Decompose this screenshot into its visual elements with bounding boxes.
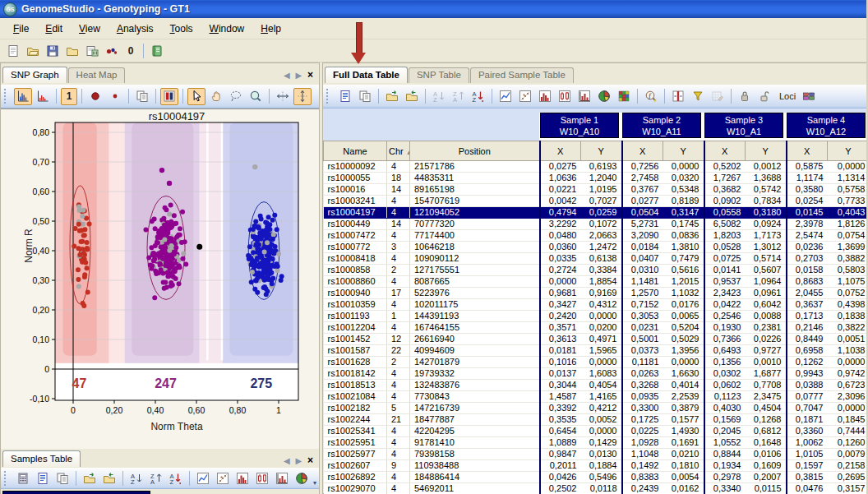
line-chart-icon[interactable]: [194, 469, 212, 487]
tab-next-icon[interactable]: ▶: [296, 456, 304, 465]
line-chart-icon[interactable]: [496, 88, 515, 105]
table-row[interactable]: rs1000419741210940520,47940,02590,05040,…: [324, 207, 868, 219]
table-row[interactable]: rs10007723106462180,03601,24720,01841,38…: [324, 242, 868, 253]
table-row[interactable]: rs100074724771744000,04802,06633,20900,0…: [324, 230, 868, 242]
sample-group-header[interactable]: Sample 3W10_A1: [704, 113, 783, 138]
scatter-plot-icon[interactable]: [516, 88, 534, 105]
table-row[interactable]: rs10021084477308431,45871,41650,09352,25…: [324, 391, 868, 403]
column-header-x-sample2[interactable]: X: [622, 141, 663, 161]
sort-descending-icon[interactable]: ZA: [450, 88, 468, 105]
pie-chart-icon[interactable]: [595, 88, 613, 105]
sort-custom-icon[interactable]: AZ: [469, 88, 487, 105]
table-row[interactable]: rs100119311443911930,24200,00000,30530,0…: [324, 311, 868, 322]
tab-prev-icon[interactable]: ◀: [284, 456, 292, 465]
table-row[interactable]: rs100218251472167390,33920,42120,33000,3…: [324, 403, 868, 414]
histogram-icon[interactable]: [536, 88, 554, 105]
tab-snp-graph[interactable]: SNP Graph: [2, 67, 67, 83]
workspace-icon[interactable]: [148, 42, 166, 59]
column-chooser-icon[interactable]: [669, 88, 687, 105]
table-row[interactable]: rs100162821427018790,10160,00000,11810,0…: [324, 357, 868, 368]
import-icon[interactable]: [383, 88, 401, 105]
tab-prev-icon[interactable]: ◀: [284, 71, 292, 80]
toolbar-overflow-icon[interactable]: ▾: [313, 479, 316, 488]
sample-group-header[interactable]: Sample 1W10_A10: [540, 113, 619, 138]
table-row[interactable]: rs1000841841090901120,03350,61380,04070,…: [324, 253, 868, 265]
menu-edit[interactable]: Edit: [37, 21, 71, 37]
folder-icon[interactable]: [63, 42, 81, 59]
table-row[interactable]: rs10008860480876650,00001,88541,14811,20…: [324, 276, 868, 288]
table-row[interactable]: rs100224421184778870,35350,00520,17250,1…: [324, 414, 868, 426]
table-row[interactable]: rs10001614891651980,02211,01950,37670,53…: [324, 184, 868, 196]
table-row[interactable]: rs100085821271755510,27240,33840,03100,5…: [324, 265, 868, 276]
column-header-x-sample1[interactable]: X: [540, 141, 581, 161]
menu-window[interactable]: Window: [201, 21, 253, 37]
table-row[interactable]: rs100005518448353111,06361,20402,74580,0…: [324, 173, 868, 184]
menu-view[interactable]: View: [71, 21, 108, 37]
tab-heat-map[interactable]: Heat Map: [68, 67, 126, 83]
column-header-y-sample2[interactable]: Y: [663, 141, 704, 161]
bar-chart-icon[interactable]: [273, 469, 291, 487]
table-row[interactable]: rs100000924215717860,02750,61930,72560,0…: [324, 161, 868, 173]
function-search-icon[interactable]: f: [642, 88, 660, 105]
histogram-icon[interactable]: [233, 469, 252, 487]
table-row[interactable]: rs100044914707773203,22920,10725,27310,1…: [324, 219, 868, 230]
tab-paired-sample-table[interactable]: Paired Sample Table: [470, 67, 574, 83]
table-row[interactable]: rs10009401752239760,96810,91691,25701,10…: [324, 288, 868, 299]
snp-scatter-plot[interactable]: rs1000419747247275-0,1000,100,200,300,40…: [1, 108, 319, 450]
new-document-icon[interactable]: [4, 42, 22, 59]
column-header-y-sample4[interactable]: Y: [828, 141, 868, 161]
tab-snp-table[interactable]: SNP Table: [409, 67, 469, 83]
table-row[interactable]: rs100259774793981580,98470,01301,10480,0…: [324, 449, 868, 460]
sort-descending-icon[interactable]: ZA: [147, 469, 165, 487]
graph-style-small-histogram-icon[interactable]: [34, 88, 52, 105]
tab-full-data-table[interactable]: Full Data Table: [325, 67, 408, 83]
table-row[interactable]: rs1002689241848864140,04260,54960,83830,…: [324, 472, 868, 483]
sort-ascending-icon[interactable]: AZ: [127, 469, 145, 487]
copy-icon[interactable]: [53, 469, 72, 487]
column-header-name[interactable]: Name: [324, 141, 387, 161]
toolbar-grip[interactable]: [4, 89, 10, 104]
menu-analysis[interactable]: Analysis: [108, 21, 162, 37]
export-icon[interactable]: [403, 88, 421, 105]
sample-group-header[interactable]: Sample 2W10_A11: [622, 113, 701, 138]
tab-next-icon[interactable]: ▶: [296, 71, 304, 80]
close-panel-icon[interactable]: ×: [307, 455, 315, 466]
zoom-icon[interactable]: [247, 88, 265, 105]
table-row[interactable]: rs1001035941020111750,34270,43120,71520,…: [324, 299, 868, 311]
zero-button[interactable]: 0: [122, 42, 139, 59]
table-row[interactable]: rs100290704546920110,25020,01180,24390,0…: [324, 483, 868, 494]
menu-tools[interactable]: Tools: [162, 21, 201, 37]
select-cursor-icon[interactable]: [187, 88, 205, 105]
column-header-y-sample3[interactable]: Y: [746, 141, 787, 161]
loci-grid-icon[interactable]: [800, 88, 818, 105]
box-plot-icon[interactable]: [253, 469, 271, 487]
sample-group-header[interactable]: Sample 4W10_A12: [787, 113, 866, 138]
lasso-select-icon[interactable]: [227, 88, 245, 105]
table-row[interactable]: rs100158722409946090,01811,59650,03731,3…: [324, 345, 868, 357]
title-bar[interactable]: GS GenomeStudio - Genotyping - GT1: [0, 0, 866, 18]
table-row[interactable]: rs100145212266169400,36130,49710,50010,5…: [324, 334, 868, 345]
copy-icon[interactable]: [133, 88, 151, 105]
report-icon[interactable]: [34, 469, 52, 487]
copy-icon[interactable]: [356, 88, 374, 105]
fit-vertical-icon[interactable]: [293, 88, 312, 105]
import-icon[interactable]: [81, 469, 99, 487]
cluster-dots-icon[interactable]: [103, 42, 121, 59]
table-row[interactable]: rs100260791109384880,20110,18840,14920,1…: [324, 460, 868, 472]
close-panel-icon[interactable]: ×: [307, 69, 315, 81]
sort-ascending-icon[interactable]: AZ: [430, 88, 448, 105]
pie-chart-icon[interactable]: [293, 469, 311, 487]
table-row[interactable]: rs1001851341324838760,30440,40540,32680,…: [324, 380, 868, 391]
import-project-icon[interactable]: [83, 42, 101, 59]
save-icon[interactable]: [44, 42, 62, 59]
table-row[interactable]: rs100259514917814101,08890,14291,09280,1…: [324, 437, 868, 449]
bar-chart-icon[interactable]: [575, 88, 593, 105]
column-header-x-sample4[interactable]: X: [787, 141, 828, 161]
menu-help[interactable]: Help: [252, 21, 289, 37]
sort-custom-icon[interactable]: AZ: [167, 469, 185, 487]
table-row[interactable]: rs1000324141547076190,00420,70270,02770,…: [324, 196, 868, 207]
table-row[interactable]: rs1001220441674641550,35710,02000,02310,…: [324, 322, 868, 334]
unlock-icon[interactable]: [755, 88, 773, 105]
pan-hand-icon[interactable]: [207, 88, 225, 105]
filter-icon[interactable]: [689, 88, 707, 105]
